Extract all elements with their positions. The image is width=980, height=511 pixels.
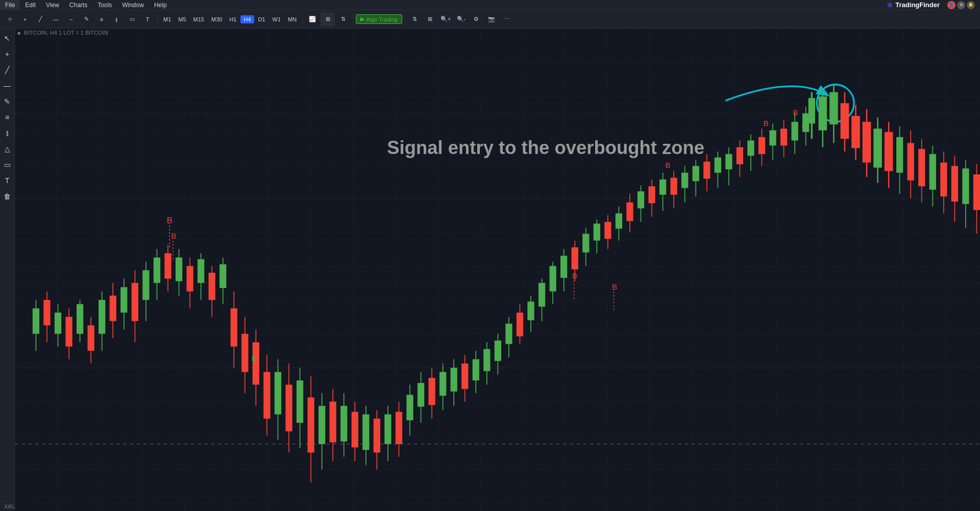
svg-rect-134 xyxy=(841,103,849,139)
svg-rect-186 xyxy=(908,143,914,180)
screenshot-btn[interactable]: 📷 xyxy=(484,12,499,27)
svg-rect-67 xyxy=(318,406,325,444)
del-v-btn[interactable]: 🗑 xyxy=(0,189,14,203)
settings-icon[interactable]: ⚙ xyxy=(957,1,965,9)
svg-rect-141 xyxy=(626,202,633,221)
svg-text:B: B xyxy=(167,216,173,225)
svg-rect-103 xyxy=(505,324,512,344)
menu-tools[interactable]: Tools xyxy=(92,0,117,10)
tf-m1[interactable]: M1 xyxy=(160,15,174,23)
text-v-btn[interactable]: T xyxy=(0,173,14,188)
chart-area[interactable]: B xyxy=(15,29,980,511)
svg-rect-113 xyxy=(549,266,556,292)
tf-m5[interactable]: M5 xyxy=(175,15,189,23)
svg-rect-45 xyxy=(209,273,215,300)
pencil-tool[interactable]: ✎ xyxy=(79,12,93,27)
tf-mn[interactable]: MN xyxy=(285,15,300,23)
tf-m15[interactable]: M15 xyxy=(190,15,207,23)
crosshair-tool[interactable]: + xyxy=(18,12,32,27)
separator-3 xyxy=(353,14,353,24)
svg-rect-184 xyxy=(896,137,903,173)
svg-rect-49 xyxy=(231,309,237,347)
channel-v-btn[interactable]: ⫿ xyxy=(0,126,14,140)
chart-type[interactable]: 📈 xyxy=(305,12,320,27)
tf-h1[interactable]: H1 xyxy=(226,15,239,23)
logo-area: ⎈ TradingFinder 👤 ⚙ 🔔 xyxy=(887,0,975,10)
channel-tool[interactable]: ⫿ xyxy=(110,12,124,27)
zoom-out-btn[interactable]: 🔍- xyxy=(454,12,468,27)
svg-rect-176 xyxy=(808,98,815,123)
main-content: ↖ + ╱ — ✎ ≡ ⫿ △ ▭ T 🗑 ■ BITCOIN, H4 1 LO… xyxy=(0,29,980,501)
svg-text:B: B xyxy=(764,119,769,127)
fib-v-btn[interactable]: ≡ xyxy=(0,110,14,124)
svg-rect-15 xyxy=(65,317,72,346)
menu-view[interactable]: View xyxy=(41,0,64,10)
svg-rect-93 xyxy=(461,364,468,389)
menu-help[interactable]: Help xyxy=(149,0,172,10)
grid-btn[interactable]: ⊞ xyxy=(423,12,437,27)
svg-text:B: B xyxy=(793,108,798,117)
left-toolbar: ↖ + ╱ — ✎ ≡ ⫿ △ ▭ T 🗑 xyxy=(0,29,15,501)
svg-rect-164 xyxy=(747,140,754,156)
indicators-btn[interactable]: ⊞ xyxy=(321,12,335,27)
hline-tool[interactable]: — xyxy=(48,12,63,27)
svg-rect-77 xyxy=(374,419,380,453)
tf-w1[interactable]: W1 xyxy=(270,15,284,23)
svg-rect-107 xyxy=(527,301,534,320)
svg-rect-172 xyxy=(792,122,798,141)
svg-rect-57 xyxy=(263,372,270,418)
hline-v-btn[interactable]: — xyxy=(0,79,14,93)
obj-v-btn[interactable]: ▭ xyxy=(0,158,14,172)
menu-file[interactable]: File xyxy=(0,0,20,10)
menu-bar: File Edit View Charts Tools Window Help … xyxy=(0,0,980,10)
gann-v-btn[interactable]: △ xyxy=(0,142,14,156)
compare-btn[interactable]: ⇅ xyxy=(336,12,350,27)
separator-4 xyxy=(405,14,405,24)
zoom-in-btn[interactable]: 🔍+ xyxy=(438,12,453,27)
svg-rect-29 xyxy=(132,283,138,321)
svg-rect-109 xyxy=(538,283,545,307)
tf-m30[interactable]: M30 xyxy=(208,15,225,23)
cursor-v-btn[interactable]: ↖ xyxy=(0,31,14,45)
svg-rect-178 xyxy=(863,122,871,163)
svg-rect-71 xyxy=(340,406,347,442)
crosshair-v-btn[interactable]: + xyxy=(0,47,14,61)
tf-h4[interactable]: H4 xyxy=(240,15,254,23)
shapes-tool[interactable]: ▭ xyxy=(125,12,139,27)
tf-d1[interactable]: D1 xyxy=(255,15,268,23)
svg-rect-136 xyxy=(851,116,860,148)
menu-window[interactable]: Window xyxy=(117,0,149,10)
menu-edit[interactable]: Edit xyxy=(20,0,41,10)
text-tool[interactable]: T xyxy=(140,12,155,27)
more-btn[interactable]: ⋯ xyxy=(500,12,514,27)
svg-rect-65 xyxy=(307,397,314,452)
cursor-tool[interactable]: ⊹ xyxy=(3,12,17,27)
svg-rect-117 xyxy=(572,247,578,269)
svg-rect-75 xyxy=(362,414,369,450)
menu-charts[interactable]: Charts xyxy=(64,0,92,10)
notification-icon[interactable]: 🔔 xyxy=(967,1,975,9)
chart-row: B xyxy=(15,29,980,511)
line-tool[interactable]: ╱ xyxy=(33,12,47,27)
properties-btn[interactable]: ⚙ xyxy=(469,12,483,27)
svg-text:B: B xyxy=(612,283,617,291)
ray-tool[interactable]: → xyxy=(64,12,78,27)
svg-rect-198 xyxy=(973,174,980,210)
svg-rect-190 xyxy=(929,154,936,190)
svg-rect-25 xyxy=(110,296,116,321)
svg-rect-158 xyxy=(715,158,721,173)
chart-container: ■ BITCOIN, H4 1 LOT = 1 BITCOIN xyxy=(15,29,980,501)
svg-rect-166 xyxy=(758,137,765,154)
svg-rect-83 xyxy=(406,395,413,420)
user-icon[interactable]: 👤 xyxy=(947,1,955,9)
algo-trading-btn[interactable]: ▶ Algo Trading xyxy=(356,14,402,24)
svg-rect-105 xyxy=(517,313,523,337)
svg-rect-121 xyxy=(594,223,600,240)
nav-btn[interactable]: ⇅ xyxy=(408,12,422,27)
svg-rect-27 xyxy=(120,287,127,313)
fib-tool[interactable]: ≡ xyxy=(94,12,109,27)
svg-rect-168 xyxy=(769,131,776,146)
draw-v-btn[interactable]: ✎ xyxy=(0,94,14,109)
line-v-btn[interactable]: ╱ xyxy=(0,63,14,77)
svg-rect-99 xyxy=(483,349,490,371)
